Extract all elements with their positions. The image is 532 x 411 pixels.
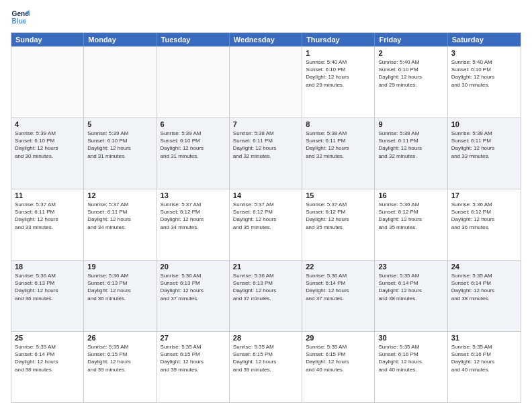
calendar-cell: 13Sunrise: 5:37 AM Sunset: 6:12 PM Dayli… [157,189,230,260]
day-number: 20 [161,263,226,271]
svg-text:Blue: Blue [12,17,27,25]
calendar-cell: 12Sunrise: 5:37 AM Sunset: 6:11 PM Dayli… [84,189,157,260]
cell-detail: Sunrise: 5:35 AM Sunset: 6:15 PM Dayligh… [87,343,152,373]
day-number: 25 [15,334,80,342]
calendar-cell: 29Sunrise: 5:35 AM Sunset: 6:15 PM Dayli… [302,332,375,402]
calendar-cell: 9Sunrise: 5:38 AM Sunset: 6:11 PM Daylig… [375,118,447,189]
day-number: 13 [161,191,226,199]
day-number: 29 [306,334,371,342]
day-number: 26 [87,334,152,342]
day-header-monday: Monday [84,33,157,46]
day-number: 18 [15,263,80,271]
cell-detail: Sunrise: 5:40 AM Sunset: 6:10 PM Dayligh… [306,58,371,89]
day-number: 5 [87,120,152,128]
calendar-cell: 4Sunrise: 5:39 AM Sunset: 6:10 PM Daylig… [11,118,84,189]
day-number: 22 [306,263,371,271]
day-number: 4 [15,120,80,128]
day-header-saturday: Saturday [448,33,521,46]
calendar-cell: 15Sunrise: 5:37 AM Sunset: 6:12 PM Dayli… [302,189,375,260]
calendar-cell: 17Sunrise: 5:36 AM Sunset: 6:12 PM Dayli… [448,189,521,260]
day-number: 30 [378,334,443,342]
day-number: 12 [87,191,152,199]
day-number: 17 [451,191,517,199]
calendar-row: 4Sunrise: 5:39 AM Sunset: 6:10 PM Daylig… [11,118,521,189]
calendar-cell: 8Sunrise: 5:38 AM Sunset: 6:11 PM Daylig… [302,118,375,189]
calendar-cell: 24Sunrise: 5:35 AM Sunset: 6:14 PM Dayli… [448,261,521,331]
calendar-cell [11,47,84,118]
calendar-cell: 3Sunrise: 5:40 AM Sunset: 6:10 PM Daylig… [448,47,521,118]
calendar-cell: 16Sunrise: 5:36 AM Sunset: 6:12 PM Dayli… [375,189,447,260]
calendar-cell: 18Sunrise: 5:36 AM Sunset: 6:13 PM Dayli… [11,261,84,331]
calendar-cell: 14Sunrise: 5:37 AM Sunset: 6:12 PM Dayli… [230,189,302,260]
cell-detail: Sunrise: 5:36 AM Sunset: 6:13 PM Dayligh… [233,272,298,302]
calendar-row: 25Sunrise: 5:35 AM Sunset: 6:14 PM Dayli… [11,331,521,402]
calendar-cell: 19Sunrise: 5:36 AM Sunset: 6:13 PM Dayli… [84,261,157,331]
svg-text:General: General [12,10,30,17]
day-number: 21 [233,263,298,271]
page: General Blue SundayMondayTuesdayWednesda… [0,0,532,411]
calendar-cell: 21Sunrise: 5:36 AM Sunset: 6:13 PM Dayli… [230,261,302,331]
cell-detail: Sunrise: 5:35 AM Sunset: 6:14 PM Dayligh… [378,272,443,302]
calendar-cell [84,47,157,118]
cell-detail: Sunrise: 5:35 AM Sunset: 6:14 PM Dayligh… [451,272,517,302]
logo-icon: General Blue [11,8,30,27]
cell-detail: Sunrise: 5:38 AM Sunset: 6:11 PM Dayligh… [306,130,371,160]
day-number: 31 [451,334,517,342]
day-number: 15 [306,191,371,199]
calendar-header: SundayMondayTuesdayWednesdayThursdayFrid… [11,33,521,46]
cell-detail: Sunrise: 5:38 AM Sunset: 6:11 PM Dayligh… [233,130,298,160]
cell-detail: Sunrise: 5:36 AM Sunset: 6:14 PM Dayligh… [306,272,371,302]
cell-detail: Sunrise: 5:38 AM Sunset: 6:11 PM Dayligh… [451,130,517,160]
calendar-cell: 25Sunrise: 5:35 AM Sunset: 6:14 PM Dayli… [11,332,84,402]
day-number: 2 [378,49,443,57]
cell-detail: Sunrise: 5:37 AM Sunset: 6:12 PM Dayligh… [161,201,226,231]
calendar-cell: 27Sunrise: 5:35 AM Sunset: 6:15 PM Dayli… [157,332,230,402]
calendar-body: 1Sunrise: 5:40 AM Sunset: 6:10 PM Daylig… [11,46,521,402]
day-number: 14 [233,191,298,199]
calendar-cell: 20Sunrise: 5:36 AM Sunset: 6:13 PM Dayli… [157,261,230,331]
day-number: 1 [306,49,371,57]
day-number: 8 [306,120,371,128]
cell-detail: Sunrise: 5:38 AM Sunset: 6:11 PM Dayligh… [378,130,443,160]
calendar-cell: 23Sunrise: 5:35 AM Sunset: 6:14 PM Dayli… [375,261,447,331]
day-number: 3 [451,49,517,57]
cell-detail: Sunrise: 5:36 AM Sunset: 6:13 PM Dayligh… [161,272,226,302]
calendar-cell: 6Sunrise: 5:39 AM Sunset: 6:10 PM Daylig… [157,118,230,189]
day-number: 10 [451,120,517,128]
calendar: SundayMondayTuesdayWednesdayThursdayFrid… [11,32,521,403]
day-number: 23 [378,263,443,271]
cell-detail: Sunrise: 5:40 AM Sunset: 6:10 PM Dayligh… [378,58,443,89]
cell-detail: Sunrise: 5:40 AM Sunset: 6:10 PM Dayligh… [451,58,517,89]
cell-detail: Sunrise: 5:35 AM Sunset: 6:15 PM Dayligh… [161,343,226,373]
cell-detail: Sunrise: 5:36 AM Sunset: 6:13 PM Dayligh… [15,272,80,302]
calendar-cell: 31Sunrise: 5:35 AM Sunset: 6:16 PM Dayli… [448,332,521,402]
calendar-cell: 30Sunrise: 5:35 AM Sunset: 6:16 PM Dayli… [375,332,447,402]
calendar-cell: 26Sunrise: 5:35 AM Sunset: 6:15 PM Dayli… [84,332,157,402]
cell-detail: Sunrise: 5:35 AM Sunset: 6:14 PM Dayligh… [15,343,80,373]
day-number: 6 [161,120,226,128]
calendar-cell: 22Sunrise: 5:36 AM Sunset: 6:14 PM Dayli… [302,261,375,331]
cell-detail: Sunrise: 5:37 AM Sunset: 6:12 PM Dayligh… [306,201,371,231]
cell-detail: Sunrise: 5:39 AM Sunset: 6:10 PM Dayligh… [161,130,226,160]
calendar-cell: 28Sunrise: 5:35 AM Sunset: 6:15 PM Dayli… [230,332,302,402]
calendar-cell: 11Sunrise: 5:37 AM Sunset: 6:11 PM Dayli… [11,189,84,260]
day-header-thursday: Thursday [302,33,375,46]
calendar-cell: 7Sunrise: 5:38 AM Sunset: 6:11 PM Daylig… [230,118,302,189]
day-number: 19 [87,263,152,271]
day-number: 24 [451,263,517,271]
day-header-sunday: Sunday [11,33,84,46]
calendar-cell [230,47,302,118]
cell-detail: Sunrise: 5:39 AM Sunset: 6:10 PM Dayligh… [15,130,80,160]
day-number: 16 [378,191,443,199]
day-header-friday: Friday [375,33,447,46]
cell-detail: Sunrise: 5:37 AM Sunset: 6:11 PM Dayligh… [87,201,152,231]
calendar-cell: 5Sunrise: 5:39 AM Sunset: 6:10 PM Daylig… [84,118,157,189]
day-number: 7 [233,120,298,128]
calendar-cell: 10Sunrise: 5:38 AM Sunset: 6:11 PM Dayli… [448,118,521,189]
calendar-row: 1Sunrise: 5:40 AM Sunset: 6:10 PM Daylig… [11,46,521,118]
header: General Blue [11,8,521,27]
calendar-cell [157,47,230,118]
day-number: 9 [378,120,443,128]
day-header-tuesday: Tuesday [157,33,230,46]
calendar-row: 11Sunrise: 5:37 AM Sunset: 6:11 PM Dayli… [11,189,521,260]
